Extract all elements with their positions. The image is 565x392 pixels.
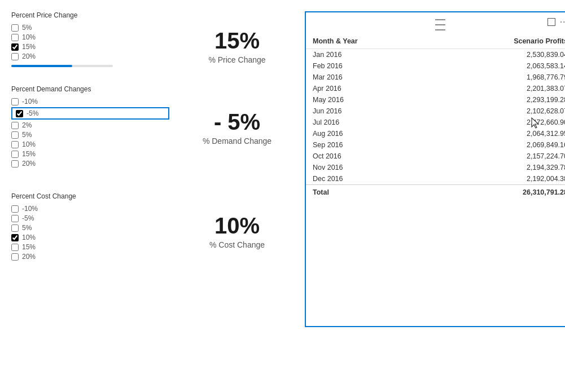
price-filter-title: Percent Price Change xyxy=(11,11,169,19)
table-cell-value: 2,192,004.38 xyxy=(431,173,565,185)
table-cell-value: 2,064,312.95 xyxy=(431,128,565,139)
table-row: Apr 2016 2,201,383.07 xyxy=(306,83,565,94)
demand-option-15[interactable]: 15% xyxy=(11,150,169,158)
price-checkbox-15[interactable] xyxy=(11,43,19,51)
table-cell-value: 2,102,628.07 xyxy=(431,105,565,117)
price-option-15[interactable]: 15% xyxy=(11,43,169,51)
table-row: Jun 2016 2,102,628.07 xyxy=(306,105,565,117)
table-toolbar: ··· xyxy=(306,12,565,35)
demand-checkbox-20[interactable] xyxy=(11,160,19,168)
demand-metric-label: % Demand Change xyxy=(181,136,294,146)
cost-checkbox-5[interactable] xyxy=(11,224,19,232)
expand-button[interactable] xyxy=(548,18,555,26)
table-cell-value: 2,069,849.16 xyxy=(431,139,565,151)
table-cell-month: Jan 2016 xyxy=(306,49,431,61)
table-row: Jan 2016 2,530,839.04 xyxy=(306,49,565,61)
more-options-button[interactable]: ··· xyxy=(560,17,565,27)
price-checkbox-5[interactable] xyxy=(11,24,19,32)
table-total-label: Total xyxy=(306,185,431,199)
cost-option-neg5[interactable]: -5% xyxy=(11,214,169,222)
table-total-value: 26,310,791.28 xyxy=(431,185,565,199)
demand-option-10[interactable]: 10% xyxy=(11,140,169,148)
cost-checkbox-15[interactable] xyxy=(11,244,19,251)
table-cell-value: 2,194,329.78 xyxy=(431,162,565,173)
demand-checkbox-neg5[interactable] xyxy=(16,110,23,117)
cost-checkbox-list: -10% -5% 5% 10% 15% 20% xyxy=(11,205,169,261)
demand-option-2[interactable]: 2% xyxy=(11,121,169,129)
cost-option-20[interactable]: 20% xyxy=(11,253,169,261)
cost-option-10[interactable]: 10% xyxy=(11,234,169,241)
table-row: Feb 2016 2,063,583.14 xyxy=(306,60,565,72)
cost-metric-block: 10% % Cost Change xyxy=(181,213,294,249)
price-filter-section: Percent Price Change 5% 10% 15% 20% xyxy=(11,11,169,76)
table-row: Aug 2016 2,064,312.95 xyxy=(306,128,565,139)
scenario-table-card: ··· Month & Year Scenario Profits Jan 20… xyxy=(305,11,565,327)
table-row: Nov 2016 2,194,329.78 xyxy=(306,162,565,173)
hamburger-icon[interactable] xyxy=(433,17,448,33)
toolbar-line-3 xyxy=(435,29,445,30)
price-option-20[interactable]: 20% xyxy=(11,52,169,60)
table-row: Oct 2016 2,157,224.70 xyxy=(306,151,565,162)
right-table-panel: ··· Month & Year Scenario Profits Jan 20… xyxy=(305,11,565,381)
demand-option-5[interactable]: 5% xyxy=(11,131,169,139)
price-slicer-fill xyxy=(11,65,72,67)
table-cell-value: 2,293,199.28 xyxy=(431,94,565,105)
table-cell-month: Sep 2016 xyxy=(306,139,431,151)
cost-checkbox-20[interactable] xyxy=(11,253,19,261)
demand-checkbox-2[interactable] xyxy=(11,122,19,129)
demand-option-neg10[interactable]: -10% xyxy=(11,98,169,105)
table-header-row: Month & Year Scenario Profits xyxy=(306,35,565,49)
table-cell-value: 2,063,583.14 xyxy=(431,60,565,72)
price-metric-block: 15% % Price Change xyxy=(181,28,294,64)
price-option-10[interactable]: 10% xyxy=(11,33,169,41)
table-cell-month: Apr 2016 xyxy=(306,83,431,94)
cost-option-15[interactable]: 15% xyxy=(11,243,169,251)
cost-option-neg10[interactable]: -10% xyxy=(11,205,169,213)
cost-checkbox-neg5[interactable] xyxy=(11,215,19,222)
cost-option-5[interactable]: 5% xyxy=(11,224,169,232)
table-cell-month: Jul 2016 xyxy=(306,117,431,128)
table-cell-month: Dec 2016 xyxy=(306,173,431,185)
table-cell-month: Nov 2016 xyxy=(306,162,431,173)
price-checkbox-list: 5% 10% 15% 20% xyxy=(11,24,169,60)
left-filter-panel: Percent Price Change 5% 10% 15% 20% xyxy=(11,11,169,381)
demand-checkbox-neg10[interactable] xyxy=(11,98,19,105)
price-checkbox-10[interactable] xyxy=(11,34,19,41)
cost-checkbox-neg10[interactable] xyxy=(11,205,19,213)
table-cell-value: 2,157,224.70 xyxy=(431,151,565,162)
price-slicer-track xyxy=(11,65,113,67)
col-scenario-profits-header: Scenario Profits xyxy=(431,35,565,49)
toolbar-right-buttons: ··· xyxy=(548,17,565,27)
cost-metric-label: % Cost Change xyxy=(181,240,294,249)
price-metric-label: % Price Change xyxy=(181,55,294,64)
table-row: Jul 2016 2,472,660.90 xyxy=(306,117,565,128)
demand-checkbox-15[interactable] xyxy=(11,151,19,158)
toolbar-line-1 xyxy=(435,19,445,20)
table-row: Sep 2016 2,069,849.16 xyxy=(306,139,565,151)
toolbar-line-2 xyxy=(435,24,445,25)
center-metrics-panel: 15% % Price Change - 5% % Demand Change … xyxy=(181,11,294,381)
col-month-year-header: Month & Year xyxy=(306,35,431,49)
table-row: Dec 2016 2,192,004.38 xyxy=(306,173,565,185)
table-cell-month: Oct 2016 xyxy=(306,151,431,162)
table-total-row: Total 26,310,791.28 xyxy=(306,185,565,199)
table-cell-month: Jun 2016 xyxy=(306,105,431,117)
demand-checkbox-5[interactable] xyxy=(11,131,19,139)
table-cell-month: May 2016 xyxy=(306,94,431,105)
table-cell-value: 1,968,776.79 xyxy=(431,72,565,83)
table-row: May 2016 2,293,199.28 xyxy=(306,94,565,105)
price-checkbox-20[interactable] xyxy=(11,53,19,60)
expand-icon xyxy=(548,18,555,26)
table-cell-month: Feb 2016 xyxy=(306,60,431,72)
demand-option-neg5[interactable]: -5% xyxy=(11,107,169,120)
demand-metric-block: - 5% % Demand Change xyxy=(181,109,294,146)
demand-filter-section: Percent Demand Changes -10% -5% 2% 5% 10… xyxy=(11,85,169,172)
demand-metric-value: - 5% xyxy=(181,109,294,134)
demand-checkbox-10[interactable] xyxy=(11,141,19,148)
price-option-5[interactable]: 5% xyxy=(11,24,169,32)
table-cell-value: 2,201,383.07 xyxy=(431,83,565,94)
cost-filter-title: Percent Cost Change xyxy=(11,192,169,200)
cost-checkbox-10[interactable] xyxy=(11,234,19,241)
cost-filter-section: Percent Cost Change -10% -5% 5% 10% 15% xyxy=(11,192,169,265)
demand-option-20[interactable]: 20% xyxy=(11,160,169,168)
